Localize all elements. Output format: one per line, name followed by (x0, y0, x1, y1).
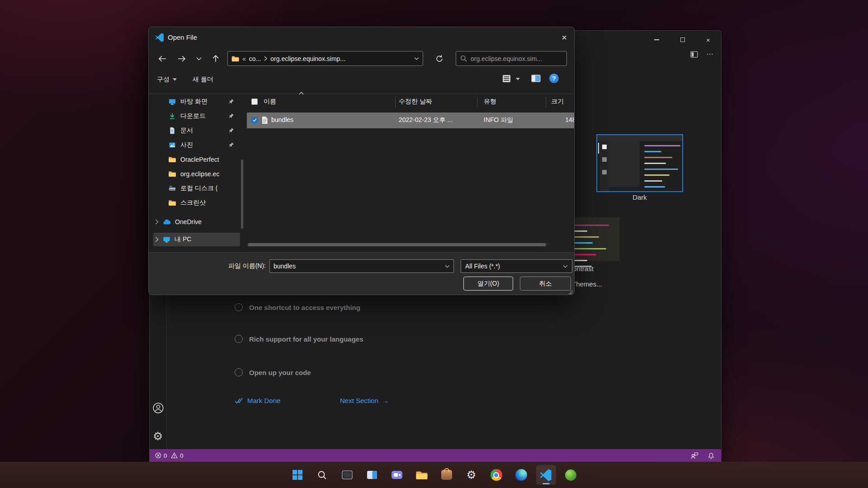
recent-locations-button[interactable] (192, 52, 206, 66)
column-header-date[interactable]: 수정한 날짜 (399, 98, 432, 106)
refresh-button[interactable] (433, 52, 446, 66)
select-all-checkbox[interactable] (251, 99, 258, 105)
sidebar-item-local-disk[interactable]: 로컬 디스크 ( (149, 181, 245, 195)
filetype-select[interactable]: All Files (*.*) (461, 259, 572, 273)
account-icon[interactable] (152, 402, 164, 414)
bell-icon[interactable] (708, 452, 715, 460)
pin-icon (228, 142, 234, 148)
windows-start-icon (292, 470, 302, 480)
sidebar-item-onedrive[interactable]: OneDrive (149, 215, 245, 229)
resize-grip[interactable] (568, 290, 573, 294)
chevron-expand-icon[interactable] (155, 219, 159, 225)
up-button[interactable] (209, 52, 222, 66)
store-button[interactable] (437, 465, 457, 485)
forward-button[interactable] (175, 52, 188, 66)
dialog-titlebar[interactable]: Open File × (149, 27, 574, 48)
crumb-overflow[interactable]: « (242, 55, 246, 62)
explorer-folder-icon (416, 470, 428, 480)
next-section-link[interactable]: Next Section → (340, 397, 389, 404)
view-mode-dropdown[interactable] (516, 78, 520, 80)
problems-status[interactable]: 0 0 (155, 452, 183, 459)
checklist-item[interactable]: Open up your code (235, 367, 311, 378)
sidebar-item-documents[interactable]: 문서 (149, 123, 245, 137)
more-themes-link[interactable]: Themes... (572, 280, 602, 288)
task-view-button[interactable] (337, 465, 357, 485)
column-header-size[interactable]: 크기 (551, 98, 564, 106)
column-header-name[interactable]: 이름 (264, 98, 276, 106)
folder-icon (169, 200, 176, 206)
breadcrumb-root[interactable]: co... (249, 55, 261, 62)
chrome-button[interactable] (486, 465, 506, 485)
settings-button[interactable]: ⚙ (462, 465, 481, 485)
open-button[interactable]: 열기(O) (463, 277, 513, 291)
minimize-button[interactable] (644, 31, 670, 49)
file-name: bundles (271, 116, 293, 123)
preview-pane-button[interactable] (531, 75, 541, 82)
dialog-close-button[interactable]: × (555, 30, 573, 45)
new-folder-button[interactable]: 새 폴더 (193, 73, 213, 86)
close-icon: × (561, 33, 567, 43)
filename-combobox[interactable] (269, 259, 454, 273)
checklist-item[interactable]: Rich support for all your languages (235, 333, 363, 344)
file-row-selected[interactable]: bundles 2022-02-23 오후 ... INFO 파일 148K (247, 113, 574, 128)
chat-button[interactable] (387, 465, 407, 485)
sidebar-item-label: 문서 (180, 127, 193, 135)
back-button[interactable] (156, 52, 169, 66)
pin-icon (228, 113, 234, 119)
radio-circle-icon (235, 335, 243, 343)
widgets-button[interactable] (362, 465, 382, 485)
column-header-type[interactable]: 유형 (484, 98, 496, 106)
help-button[interactable]: ? (549, 74, 559, 83)
mark-done-link[interactable]: Mark Done (235, 397, 280, 404)
sidebar-item-label: 스크린샷 (180, 199, 206, 207)
address-dropdown-icon[interactable] (414, 57, 419, 60)
cancel-button[interactable]: 취소 (520, 277, 571, 291)
sidebar-item-desktop[interactable]: 바탕 화면 (149, 94, 245, 108)
chevron-down-icon (173, 78, 177, 81)
double-check-icon (235, 398, 244, 404)
start-button[interactable] (288, 465, 307, 485)
filename-input[interactable] (274, 263, 445, 270)
organize-button[interactable]: 구성 (157, 73, 177, 86)
sidebar-scrollbar[interactable] (241, 160, 243, 229)
taskbar-search-button[interactable] (312, 465, 332, 485)
folder-icon (231, 56, 239, 62)
sidebar-item-pictures[interactable]: 사진 (149, 138, 245, 152)
split-layout-icon[interactable] (690, 51, 698, 58)
theme-tile-dark[interactable] (596, 134, 683, 192)
arrow-up-icon (212, 55, 219, 63)
more-actions-icon[interactable]: ⋯ (706, 51, 713, 58)
folder-icon (169, 156, 176, 163)
address-bar[interactable]: « co... org.eclipse.equinox.simp... (227, 51, 423, 66)
widgets-icon (367, 470, 377, 479)
close-button[interactable]: × (695, 31, 721, 49)
pin-icon (228, 99, 234, 104)
sidebar-item-folder[interactable]: OraclePerfect (149, 152, 245, 166)
breadcrumb-current[interactable]: org.eclipse.equinox.simp... (270, 55, 345, 62)
search-box[interactable]: org.eclipse.equinox.sim... (456, 51, 567, 66)
horizontal-scrollbar[interactable] (247, 243, 550, 247)
sidebar-item-folder[interactable]: org.eclipse.ec (149, 167, 245, 181)
cancel-button-label: 취소 (539, 280, 552, 288)
row-checkbox-checked[interactable] (251, 117, 258, 123)
refresh-icon (435, 55, 443, 63)
green-app-button[interactable] (561, 465, 581, 485)
feedback-icon[interactable] (690, 452, 698, 460)
sidebar-item-folder[interactable]: 스크린샷 (149, 196, 245, 210)
chevron-expand-icon[interactable] (155, 237, 159, 242)
window-controls: × (644, 31, 721, 49)
list-header: 이름 수정한 날짜 유형 크기 (247, 94, 574, 110)
view-mode-button[interactable] (502, 75, 511, 83)
theme-caption-contrast: ontrast (573, 265, 594, 272)
scrollbar-thumb[interactable] (248, 243, 546, 246)
edge-button[interactable] (511, 465, 531, 485)
sidebar-item-label: org.eclipse.ec (180, 170, 219, 178)
vscode-taskbar-button[interactable] (536, 465, 556, 485)
file-explorer-button[interactable] (412, 465, 432, 485)
checklist-item[interactable]: One shortcut to access everything (235, 302, 360, 313)
sidebar-item-this-pc[interactable]: 내 PC (149, 233, 245, 246)
file-type: INFO 파일 (484, 116, 513, 124)
settings-gear-icon[interactable]: ⚙ (153, 430, 163, 443)
maximize-button[interactable] (670, 31, 695, 49)
sidebar-item-downloads[interactable]: 다운로드 (149, 109, 245, 123)
